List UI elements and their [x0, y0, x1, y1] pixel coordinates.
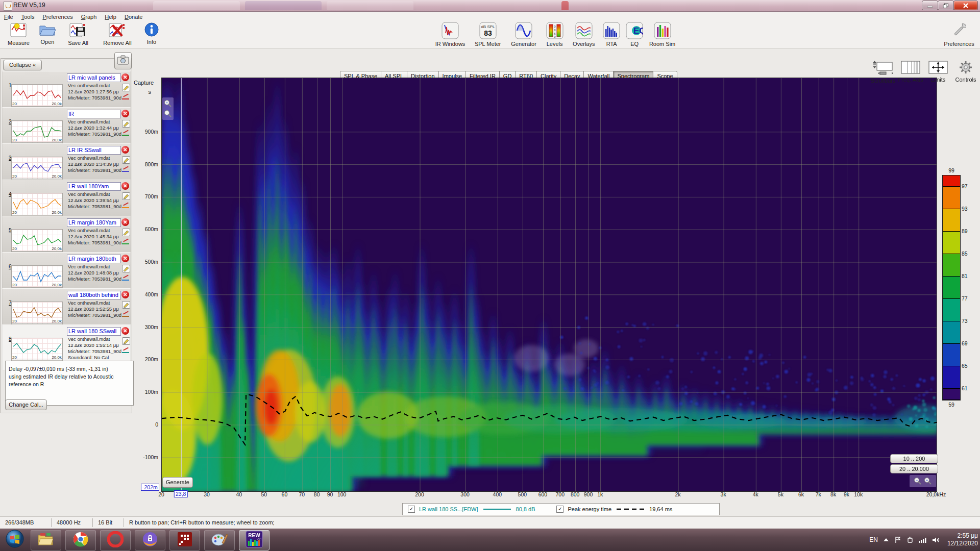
menu-tools[interactable]: Tools — [17, 13, 39, 20]
taskbar-start-button[interactable] — [3, 530, 27, 549]
delete-measurement-button[interactable]: ✕ — [121, 146, 129, 154]
title-bar[interactable]: REW V5,19 — [0, 0, 980, 12]
levels-button[interactable]: 0369Levels — [543, 22, 567, 47]
save-all-button[interactable]: Save All — [62, 22, 94, 46]
trace-color-icon[interactable] — [122, 240, 129, 244]
trace-color-icon[interactable] — [122, 167, 129, 172]
measurement-name-input[interactable]: LR margin 180Yam — [67, 218, 121, 227]
taskbar-rew-app[interactable]: REWV5.1 — [239, 530, 270, 550]
zoom-buttons-bottomright[interactable]: − + — [910, 475, 936, 487]
taskbar-chrome-app[interactable] — [65, 530, 96, 550]
edit-notes-icon[interactable] — [122, 84, 130, 91]
measurement-thumbnail[interactable]: 2020,0k — [11, 265, 63, 288]
measurement-3[interactable]: LR IR SSwall✕Vec onthewall.mdat12 Δεκ 20… — [2, 143, 131, 180]
measurement-name-input[interactable]: LR IR SSwall — [67, 146, 121, 155]
clock[interactable]: 2:55 μμ 12/12/2020 — [947, 532, 978, 547]
power-plug-icon[interactable] — [906, 536, 914, 543]
taskbar-avast-app[interactable] — [135, 530, 165, 550]
trace-color-icon[interactable] — [122, 348, 129, 353]
trace-color-icon[interactable] — [122, 131, 129, 136]
taskbar-redapp-app[interactable] — [169, 530, 200, 550]
delete-measurement-button[interactable]: ✕ — [121, 255, 129, 262]
tray-expand-icon[interactable] — [883, 538, 889, 542]
edit-notes-icon[interactable] — [122, 265, 130, 272]
taskbar-explorer-app[interactable] — [31, 530, 61, 550]
measurement-thumbnail[interactable]: 2020,0k — [11, 193, 63, 215]
rta-button[interactable]: RTA — [601, 22, 622, 47]
measurement-thumbnail[interactable]: 2020,0k — [11, 120, 63, 143]
remove-all-button[interactable]: Remove All — [97, 22, 137, 46]
measurement-7[interactable]: wall 180both behind✕Vec onthewall.mdat12… — [2, 288, 131, 325]
menu-donate[interactable]: Donate — [120, 13, 146, 20]
trace-color-icon[interactable] — [122, 95, 129, 99]
collapse-button[interactable]: Collapse « — [3, 60, 42, 70]
scrollbars-button[interactable]: Scrollbars — [869, 60, 897, 84]
measurement-thumbnail[interactable]: 2020,0k — [11, 302, 63, 324]
taskbar-paint-app[interactable] — [204, 530, 235, 550]
range-button-20-20000[interactable]: 20 .. 20.000 — [890, 464, 938, 473]
action-center-flag-icon[interactable] — [894, 536, 901, 543]
measure-button[interactable]: Measure — [4, 22, 33, 46]
delete-measurement-button[interactable]: ✕ — [121, 73, 129, 81]
edit-notes-icon[interactable] — [122, 192, 130, 200]
edit-notes-icon[interactable] — [122, 301, 130, 309]
restore-button[interactable] — [938, 1, 954, 10]
measurement-name-input[interactable]: LR mic wall panels — [67, 73, 121, 82]
eq-button[interactable]: EQEQ — [624, 22, 645, 47]
measurement-thumbnail[interactable]: 2020,0k — [11, 84, 63, 107]
measurement-name-input[interactable]: wall 180both behind — [67, 291, 121, 299]
open-button[interactable]: Open — [36, 22, 59, 45]
volume-icon[interactable] — [932, 537, 940, 543]
network-signal-icon[interactable] — [919, 537, 927, 543]
delete-measurement-button[interactable]: ✕ — [121, 291, 129, 298]
overlays-button[interactable]: Overlays — [569, 22, 599, 47]
delete-measurement-button[interactable]: ✕ — [121, 327, 129, 335]
trace-color-icon[interactable] — [122, 276, 129, 281]
delete-measurement-button[interactable]: ✕ — [121, 182, 129, 190]
menu-help[interactable]: Help — [101, 13, 120, 20]
edit-notes-icon[interactable] — [122, 156, 130, 164]
edit-notes-icon[interactable] — [122, 120, 130, 128]
menu-graph[interactable]: Graph — [77, 13, 101, 20]
minimize-button[interactable] — [922, 1, 938, 10]
measurement-2[interactable]: IR✕Vec onthewall.mdat12 Δεκ 2020 1:32:44… — [2, 107, 131, 144]
room-sim-button[interactable]: Room Sim — [647, 22, 677, 47]
edit-notes-icon[interactable] — [122, 229, 130, 236]
measurement-thumbnail[interactable]: 2020,0k — [11, 229, 63, 252]
generate-button[interactable]: Generate — [162, 477, 193, 488]
measurement-name-input[interactable]: LR margin 180both — [67, 255, 121, 263]
language-indicator[interactable]: EN — [869, 536, 878, 543]
menu-file[interactable]: File — [0, 13, 17, 20]
measurement-1[interactable]: LR mic wall panels✕Vec onthewall.mdat12 … — [2, 71, 131, 108]
ir-windows-button[interactable]: IR Windows — [432, 22, 469, 47]
measurement-name-input[interactable]: LR wall 180 SSwall — [67, 327, 121, 336]
generator-button[interactable]: Generator — [507, 22, 540, 47]
zoom-buttons-topleft[interactable]: + − — [162, 97, 174, 120]
spectrogram-plot[interactable] — [161, 78, 937, 492]
peak-checkbox[interactable]: ✓ — [556, 506, 564, 513]
delete-measurement-button[interactable]: ✕ — [121, 110, 129, 117]
range-button-10-200[interactable]: 10 .. 200 — [890, 454, 938, 463]
measurement-name-input[interactable]: LR wall 180Yam — [67, 182, 121, 191]
measurement-thumbnail[interactable]: 2020,0k — [11, 157, 63, 179]
freq-axis-button[interactable]: Freq. Axis — [896, 60, 925, 83]
change-cal-button[interactable]: Change Cal... — [5, 399, 47, 410]
delete-measurement-button[interactable]: ✕ — [121, 218, 129, 226]
measurement-4[interactable]: LR wall 180Yam✕Vec onthewall.mdat12 Δεκ … — [2, 180, 131, 216]
taskbar-opera-app[interactable] — [100, 530, 131, 550]
measurement-6[interactable]: LR margin 180both✕Vec onthewall.mdat12 Δ… — [2, 252, 131, 289]
menu-preferences[interactable]: Preferences — [38, 13, 77, 20]
controls-button[interactable]: Controls — [951, 60, 980, 83]
measurement-5[interactable]: LR margin 180Yam✕Vec onthewall.mdat12 Δε… — [2, 216, 131, 253]
measurement-name-input[interactable]: IR — [67, 110, 121, 118]
capture-button[interactable] — [114, 52, 132, 69]
preferences-button[interactable]: Preferences — [941, 22, 977, 47]
spl-meter-button[interactable]: dB SPL83SPL Meter — [471, 22, 504, 47]
limits-button[interactable]: Limits — [924, 60, 952, 83]
edit-notes-icon[interactable] — [122, 337, 130, 345]
series-checkbox[interactable]: ✓ — [408, 506, 415, 513]
trace-color-icon[interactable] — [122, 204, 129, 208]
close-button[interactable] — [953, 1, 978, 10]
info-button[interactable]: Info — [140, 22, 163, 45]
measurement-thumbnail[interactable]: 2020,0k — [11, 338, 63, 360]
